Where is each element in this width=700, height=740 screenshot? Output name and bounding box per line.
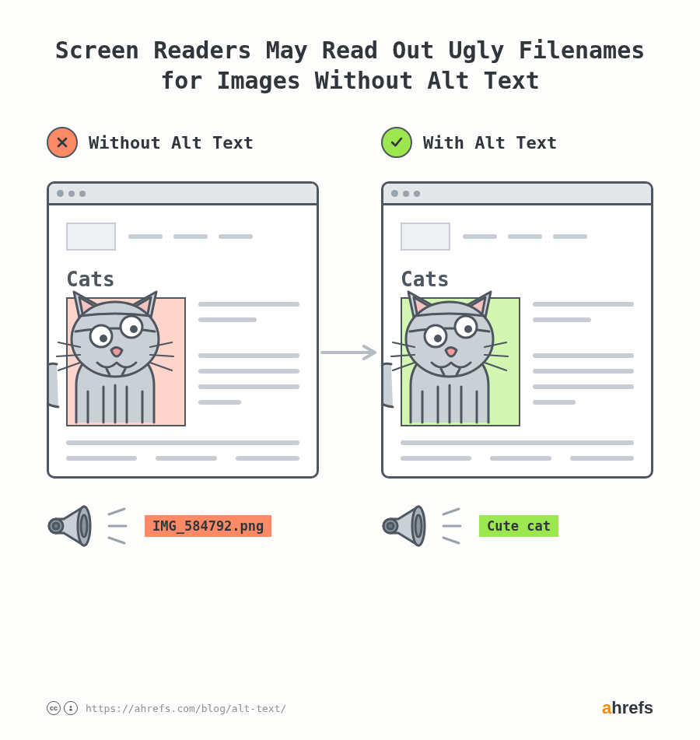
text-placeholder <box>66 440 299 445</box>
svg-point-6 <box>81 515 87 537</box>
left-badge-label: Without Alt Text <box>89 133 254 153</box>
ahrefs-logo: ahrefs <box>602 698 653 718</box>
svg-point-13 <box>464 325 472 333</box>
text-placeholder <box>198 384 299 389</box>
window-dot <box>391 190 398 197</box>
image-with-alt <box>401 297 520 426</box>
left-column: Without Alt Text Cats <box>47 127 319 550</box>
window-dot <box>68 191 75 197</box>
window-dot <box>79 191 86 197</box>
svg-point-2 <box>100 335 107 342</box>
check-icon <box>381 127 412 158</box>
logo-placeholder <box>401 223 450 251</box>
svg-point-11 <box>434 335 442 342</box>
left-badge-row: Without Alt Text <box>47 127 319 158</box>
text-placeholder <box>533 384 634 389</box>
svg-point-15 <box>415 515 422 537</box>
speaker-icon <box>47 502 96 550</box>
text-placeholder <box>533 353 634 358</box>
window-dot <box>414 191 420 197</box>
text-placeholder <box>198 400 241 405</box>
svg-point-4 <box>130 325 138 333</box>
cc-license-icon: cc <box>47 701 78 715</box>
nav-placeholder <box>128 234 163 239</box>
text-placeholder <box>198 353 299 358</box>
right-column: With Alt Text Cats <box>381 127 653 550</box>
browser-chrome <box>49 184 317 205</box>
nav-placeholder <box>553 234 587 239</box>
text-placeholder <box>533 302 634 307</box>
right-badge-label: With Alt Text <box>423 133 557 153</box>
text-placeholder <box>533 400 576 405</box>
text-placeholder <box>66 456 137 461</box>
window-dot <box>403 191 409 197</box>
logo-placeholder <box>66 223 116 251</box>
nav-placeholder <box>219 234 253 239</box>
left-browser-frame: Cats <box>47 181 319 479</box>
right-utterance: Cute cat <box>479 515 558 537</box>
text-placeholder <box>401 456 471 461</box>
text-placeholder <box>570 456 634 461</box>
svg-point-8 <box>53 523 59 529</box>
browser-chrome <box>383 184 651 205</box>
cross-icon <box>47 127 78 158</box>
cat-illustration <box>47 279 197 426</box>
nav-placeholder <box>173 234 208 239</box>
right-browser-frame: Cats <box>381 181 653 479</box>
source-url: https://ahrefs.com/blog/alt-text/ <box>86 703 286 714</box>
text-placeholder <box>198 302 299 307</box>
svg-point-17 <box>387 523 394 529</box>
text-placeholder <box>401 440 634 445</box>
cat-illustration <box>381 279 531 426</box>
right-badge-row: With Alt Text <box>381 127 653 158</box>
footer: cc https://ahrefs.com/blog/alt-text/ ahr… <box>47 698 653 718</box>
left-speaker-row: IMG_584792.png <box>47 502 319 550</box>
speaker-icon <box>381 502 431 550</box>
page-content: Cats <box>383 205 651 476</box>
right-speaker-row: Cute cat <box>381 502 653 550</box>
svg-point-18 <box>70 706 72 708</box>
left-utterance: IMG_584792.png <box>145 515 271 537</box>
arrow-icon <box>319 345 381 360</box>
nav-placeholder <box>463 234 497 239</box>
soundwave-icon <box>439 507 467 545</box>
page-content: Cats <box>49 205 317 476</box>
text-placeholder <box>236 456 299 461</box>
text-placeholder <box>533 317 591 322</box>
text-placeholder <box>490 456 551 461</box>
soundwave-icon <box>104 507 132 545</box>
text-placeholder <box>533 369 634 374</box>
nav-placeholder <box>508 234 542 239</box>
window-dot <box>57 190 64 197</box>
image-without-alt <box>66 297 186 426</box>
comparison-panels: Without Alt Text Cats <box>0 127 700 550</box>
main-title: Screen Readers May Read Out Ugly Filenam… <box>0 0 700 127</box>
text-placeholder <box>156 456 217 461</box>
text-placeholder <box>198 369 299 374</box>
text-placeholder <box>198 317 257 322</box>
